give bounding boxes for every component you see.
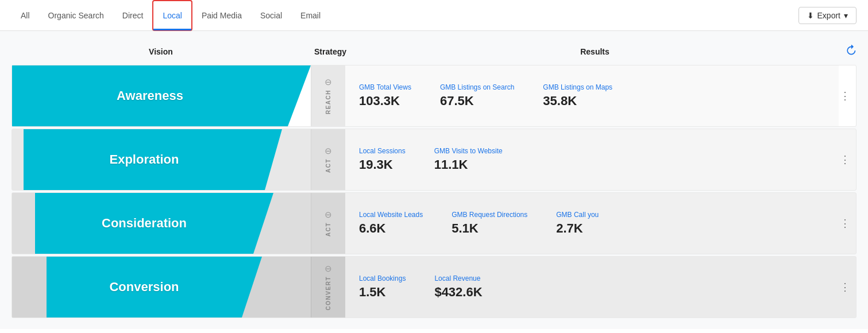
awareness-funnel: Awareness [12,65,311,126]
conversion-row: Conversion ⊖ CONVERT Local Bookings 1.5K… [11,256,857,318]
tab-paid-media[interactable]: Paid Media [192,0,251,31]
consideration-results: Local Website Leads 6.6K GMB Request Dir… [345,193,839,254]
metric-gmb-listings-search: GMB Listings on Search 67.5K [440,83,514,109]
exploration-results: Local Sessions 19.3K GMB Visits to Websi… [345,129,839,190]
metric-local-bookings: Local Bookings 1.5K [359,274,406,300]
main-content: Vision Strategy Results Awareness [0,31,868,329]
exploration-funnel: Exploration [12,129,311,190]
tab-email[interactable]: Email [291,0,330,31]
metric-gmb-directions: GMB Request Directions 5.1K [452,211,527,236]
tab-organic-search[interactable]: Organic Search [39,0,113,31]
tab-all[interactable]: All [11,0,39,31]
minus-circle-icon-2: ⊖ [325,146,332,156]
awareness-strategy: ⊖ REACH [311,65,345,126]
strategy-header: Strategy [310,47,350,56]
history-icon[interactable] [839,45,857,58]
consideration-funnel: Consideration [12,193,311,254]
metric-gmb-total-views: GMB Total Views 103.3K [359,83,411,109]
minus-circle-icon-4: ⊖ [325,264,332,274]
conversion-strategy: ⊖ CONVERT [311,257,345,317]
metric-gmb-call: GMB Call you 2.7K [556,211,599,236]
exploration-row: Exploration ⊖ ACT Local Sessions 19.3K G… [11,129,857,191]
awareness-results: GMB Total Views 103.3K GMB Listings on S… [345,65,839,126]
exploration-label: Exploration [24,129,265,190]
conversion-label: Conversion [47,257,242,317]
tab-direct[interactable]: Direct [113,0,153,31]
export-button[interactable]: ⬇ Export ▾ [798,7,857,24]
exploration-strategy: ⊖ ACT [311,129,345,190]
awareness-label: Awareness [12,65,288,126]
metric-local-leads: Local Website Leads 6.6K [359,211,423,236]
consideration-strategy: ⊖ ACT [311,193,345,254]
results-header: Results [350,47,839,56]
metric-gmb-visits-website: GMB Visits to Website 11.1K [434,147,503,172]
minus-circle-icon-3: ⊖ [325,210,332,220]
conversion-results: Local Bookings 1.5K Local Revenue $432.6… [345,257,839,317]
metric-gmb-listings-maps: GMB Listings on Maps 35.8K [543,83,612,109]
main-container: All Organic Search Direct Local Paid Med… [0,0,868,333]
awareness-more-menu[interactable]: ⋮ [839,65,856,126]
consideration-row: Consideration ⊖ ACT Local Website Leads … [11,192,857,254]
column-headers: Vision Strategy Results [11,40,857,65]
minus-circle-icon: ⊖ [325,77,332,87]
download-icon: ⬇ [807,11,814,20]
consideration-label: Consideration [35,193,253,254]
chevron-down-icon: ▾ [844,11,848,20]
awareness-row: Awareness ⊖ REACH GMB Total Views 103.3K… [11,65,857,127]
tab-bar: All Organic Search Direct Local Paid Med… [0,0,868,31]
metric-local-revenue: Local Revenue $432.6K [434,274,482,300]
conversion-more-menu[interactable]: ⋮ [839,257,856,317]
conversion-funnel: Conversion [12,257,311,317]
tab-social[interactable]: Social [251,0,291,31]
vision-header: Vision [11,47,310,56]
exploration-more-menu[interactable]: ⋮ [839,129,856,190]
consideration-more-menu[interactable]: ⋮ [839,193,856,254]
metric-local-sessions: Local Sessions 19.3K [359,147,406,172]
tab-local[interactable]: Local [152,0,192,31]
